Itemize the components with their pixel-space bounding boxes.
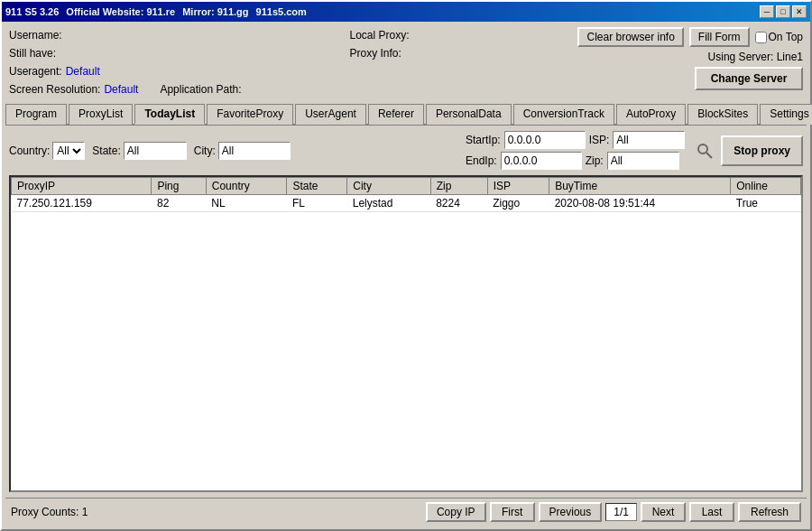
screen-res-label: Screen Resolution: [9,83,100,96]
end-ip-label: EndIp: [466,154,497,167]
cell-city: Lelystad [347,195,430,212]
cell-zip: 8224 [430,195,487,212]
start-ip-row: StartIp: ISP: [466,131,685,149]
title-bar-text: 911 S5 3.26 Official Website: 911.re Mir… [5,6,307,17]
cell-buytime: 2020-08-08 19:51:44 [549,195,731,212]
main-content: Username: Still have: Useragent: Default… [2,22,810,529]
on-top-checkbox[interactable] [755,32,767,43]
svg-line-1 [706,153,712,158]
cell-state: FL [287,195,347,212]
end-ip-row: EndIp: Zip: [466,152,685,170]
city-filter: City: [194,142,291,160]
start-ip-input[interactable] [504,131,586,149]
tab-program[interactable]: Program [5,104,67,125]
end-ip-input[interactable] [501,152,582,170]
bottom-buttons: Copy IP First Previous 1/1 Next Last Ref… [426,502,801,522]
main-window: 911 S5 3.26 Official Website: 911.re Mir… [0,0,812,531]
mirror2: 911s5.com [256,6,307,17]
screen-res-row: Screen Resolution: Default Application P… [9,81,241,98]
using-server: Using Server: Line1 [708,51,803,63]
next-button[interactable]: Next [641,502,686,522]
still-have-row: Still have: [9,45,241,61]
close-button[interactable]: ✕ [792,5,807,18]
tab-todaylist[interactable]: TodayList [134,104,205,125]
mirror: Mirror: 911.gg [182,6,248,17]
city-label: City: [194,144,216,157]
cell-country: NL [206,195,287,212]
tab-favoriteproxy[interactable]: FavoriteProxy [207,104,293,125]
last-button[interactable]: Last [689,502,734,522]
state-label: State: [92,144,120,157]
title-bar-controls: ─ □ ✕ [760,5,807,18]
table-row[interactable]: 77.250.121.15982NLFLLelystad8224Ziggo202… [12,195,801,212]
top-middle: Local Proxy: Proxy Info: [349,27,409,98]
tab-blocksites[interactable]: BlockSites [687,104,758,125]
local-proxy-row: Local Proxy: [349,27,409,43]
zip-label: Zip: [586,154,604,167]
col-country: Country [206,178,287,195]
col-isp: ISP [487,178,549,195]
state-filter: State: [92,142,186,160]
useragent-row: Useragent: Default [9,63,241,79]
cell-proxyip: 77.250.121.159 [12,195,152,212]
screen-res-link[interactable]: Default [104,83,138,96]
col-zip: Zip [430,178,487,195]
country-filter: Country: All [9,142,85,160]
cell-isp: Ziggo [487,195,549,212]
tab-conversiontrack[interactable]: ConversionTrack [513,104,614,125]
local-proxy-label: Local Proxy: [349,29,409,42]
ip-filter: StartIp: ISP: EndIp: Zip: [466,131,685,170]
using-server-text: Using Server: Line1 [708,51,803,63]
official-website: Official Website: 911.re [66,6,175,17]
tab-referer[interactable]: Referer [368,104,424,125]
username-label: Username: [9,29,62,42]
cell-ping: 82 [152,195,206,212]
bottom-bar: Proxy Counts: 1 Copy IP First Previous 1… [5,498,807,526]
tab-useragent[interactable]: UserAgent [295,104,366,125]
proxy-table-container[interactable]: ProxyIP Ping Country State City Zip ISP … [9,175,803,492]
tab-proxylist[interactable]: ProxyList [69,104,133,125]
state-input[interactable] [124,142,187,160]
on-top-checkbox-label[interactable]: On Top [755,31,803,43]
search-icon[interactable] [696,142,714,160]
col-city: City [347,178,430,195]
filter-section: Country: All State: City: StartIp: ISP: [5,127,807,170]
stop-proxy-button[interactable]: Stop proxy [721,135,803,166]
isp-input[interactable] [613,131,685,149]
top-right: Clear browser info Fill Form On Top Usin… [577,27,803,90]
tab-personaldata[interactable]: PersonalData [426,104,512,125]
tab-settings[interactable]: Settings [760,104,812,125]
clear-browser-button[interactable]: Clear browser info [577,27,683,47]
col-online: Online [731,178,801,195]
copy-ip-button[interactable]: Copy IP [426,502,486,522]
svg-point-0 [698,144,707,154]
search-icon-area [696,142,714,160]
app-path-label: Application Path: [160,83,241,96]
useragent-label: Useragent: [9,65,62,78]
zip-input[interactable] [607,152,679,170]
change-server-button[interactable]: Change Server [695,67,803,90]
col-ping: Ping [152,178,206,195]
fill-form-button[interactable]: Fill Form [689,27,750,47]
still-have-label: Still have: [9,47,56,60]
minimize-button[interactable]: ─ [760,5,774,18]
page-indicator: 1/1 [605,503,637,521]
proxy-info-row: Proxy Info: [349,45,409,61]
on-top-label: On Top [769,31,803,43]
top-left: Username: Still have: Useragent: Default… [9,27,241,98]
tab-autoproxy[interactable]: AutoProxy [616,104,686,125]
maximize-button[interactable]: □ [776,5,790,18]
start-ip-label: StartIp: [466,134,501,146]
col-proxy-ip: ProxyIP [12,178,152,195]
first-button[interactable]: First [490,502,535,522]
previous-button[interactable]: Previous [539,502,603,522]
tabs-row: ProgramProxyListTodayListFavoriteProxyUs… [5,103,807,126]
cell-online: True [731,195,801,212]
proxy-info-label: Proxy Info: [349,47,401,60]
refresh-button[interactable]: Refresh [738,502,801,522]
col-buy-time: BuyTime [549,178,731,195]
city-input[interactable] [218,142,291,160]
country-select[interactable]: All [52,142,85,160]
useragent-link[interactable]: Default [66,65,100,78]
proxy-count: Proxy Counts: 1 [11,506,88,518]
